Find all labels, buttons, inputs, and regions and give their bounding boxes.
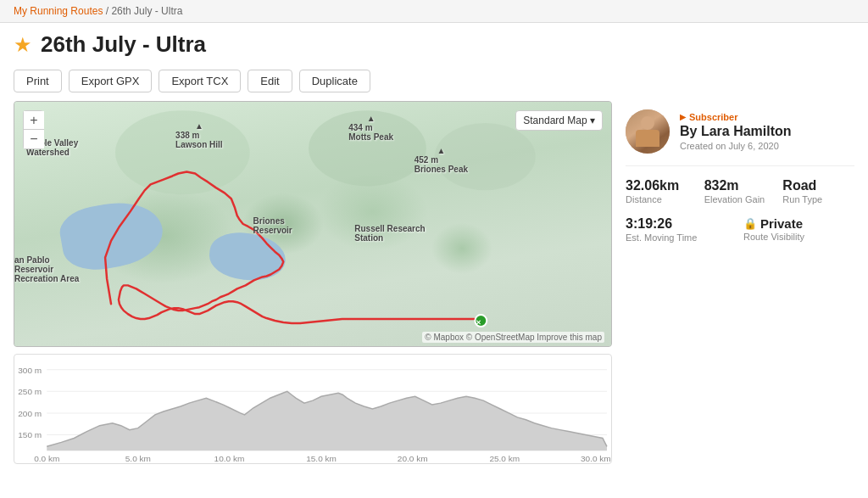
visibility-label: Route Visibility — [743, 232, 854, 242]
map-label-lawson: ▲ 338 m Lawson Hill — [175, 121, 223, 149]
avatar-image — [626, 109, 670, 154]
stats-row2: 3:19:26 Est. Moving Time 🔒 Private Route… — [626, 216, 854, 243]
svg-marker-13 — [47, 391, 607, 450]
elevation-chart: 300 m 250 m 200 m 150 m 0.0 km 5.0 km 10… — [14, 354, 612, 464]
visibility-value: Private — [760, 216, 803, 231]
toolbar: Print Export GPX Export TCX Edit Duplica… — [0, 64, 868, 101]
route-path: ✕ — [14, 102, 611, 346]
map-container[interactable]: ✕ ▲ 338 m Lawson Hill ▲ 434 m Motts Peak… — [14, 101, 612, 347]
page-header: ★ 26th July - Ultra — [0, 23, 868, 64]
map-label-motts: ▲ 434 m Motts Peak — [348, 114, 393, 142]
map-attribution: © Mapbox © OpenStreetMap Improve this ma… — [422, 332, 604, 343]
svg-text:200 m: 200 m — [18, 409, 42, 418]
run-type-label: Run Type — [782, 194, 854, 204]
edit-button[interactable]: Edit — [248, 70, 292, 92]
export-tcx-button[interactable]: Export TCX — [159, 70, 241, 92]
elevation-svg: 300 m 250 m 200 m 150 m 0.0 km 5.0 km 10… — [14, 355, 611, 463]
distance-value: 32.06km — [626, 178, 698, 193]
created-date: Created on July 6, 2020 — [680, 141, 854, 151]
elevation-value: 832m — [704, 178, 776, 193]
zoom-out-button[interactable]: − — [24, 130, 44, 148]
svg-text:15.0 km: 15.0 km — [306, 454, 337, 463]
svg-text:✕: ✕ — [476, 319, 481, 327]
main-content: ✕ ▲ 338 m Lawson Hill ▲ 434 m Motts Peak… — [0, 101, 868, 478]
moving-time-label: Est. Moving Time — [626, 232, 737, 243]
svg-text:20.0 km: 20.0 km — [398, 454, 428, 463]
stat-elevation: 832m Elevation Gain — [704, 178, 776, 204]
svg-text:25.0 km: 25.0 km — [489, 454, 520, 463]
duplicate-button[interactable]: Duplicate — [299, 70, 370, 92]
export-gpx-button[interactable]: Export GPX — [69, 70, 153, 92]
subscriber-badge: Subscriber — [680, 112, 854, 122]
breadcrumb-current: 26th July - Ultra — [111, 5, 182, 17]
user-card: Subscriber By Lara Hamilton Created on J… — [626, 101, 854, 166]
breadcrumb: My Running Routes / 26th July - Ultra — [0, 0, 868, 23]
svg-text:10.0 km: 10.0 km — [214, 454, 245, 463]
svg-text:0.0 km: 0.0 km — [34, 454, 59, 463]
sidebar: Subscriber By Lara Hamilton Created on J… — [626, 101, 854, 243]
breadcrumb-parent[interactable]: My Running Routes — [14, 5, 103, 17]
user-info: Subscriber By Lara Hamilton Created on J… — [680, 112, 854, 151]
distance-label: Distance — [626, 194, 698, 204]
stat-moving-time: 3:19:26 Est. Moving Time — [626, 216, 737, 243]
map-zoom-controls: + − — [23, 110, 43, 149]
print-button[interactable]: Print — [14, 70, 62, 92]
svg-text:150 m: 150 m — [18, 431, 42, 440]
star-icon: ★ — [14, 33, 32, 57]
stats-grid: 32.06km Distance 832m Elevation Gain Roa… — [626, 178, 854, 204]
map-label-briones-res: Briones Reservoir — [253, 216, 292, 235]
avatar — [626, 109, 670, 154]
run-type-value: Road — [782, 178, 854, 193]
map-label-russell: Russell Research Station — [354, 224, 425, 243]
lock-icon: 🔒 — [743, 217, 757, 230]
svg-text:5.0 km: 5.0 km — [125, 454, 151, 463]
private-badge: 🔒 Private — [743, 216, 854, 231]
moving-time-value: 3:19:26 — [626, 216, 737, 232]
map-label-briones: ▲ 452 m Briones Peak — [415, 146, 468, 174]
zoom-in-button[interactable]: + — [24, 111, 44, 130]
svg-text:250 m: 250 m — [18, 387, 42, 396]
map-type-selector[interactable]: Standard Map ▾ — [515, 110, 603, 131]
svg-text:30.0 km: 30.0 km — [581, 454, 611, 463]
elevation-label: Elevation Gain — [704, 194, 776, 204]
svg-text:300 m: 300 m — [18, 366, 42, 375]
map-label-san-pablo-rec: an Pablo Reservoir Recreation Area — [14, 255, 91, 283]
breadcrumb-separator: / — [106, 5, 108, 17]
page-title: 26th July - Ultra — [41, 31, 206, 58]
user-name[interactable]: By Lara Hamilton — [680, 124, 854, 139]
stat-run-type: Road Run Type — [782, 178, 854, 204]
map-section: ✕ ▲ 338 m Lawson Hill ▲ 434 m Motts Peak… — [14, 101, 612, 464]
stat-distance: 32.06km Distance — [626, 178, 698, 204]
stat-visibility: 🔒 Private Route Visibility — [743, 216, 854, 243]
